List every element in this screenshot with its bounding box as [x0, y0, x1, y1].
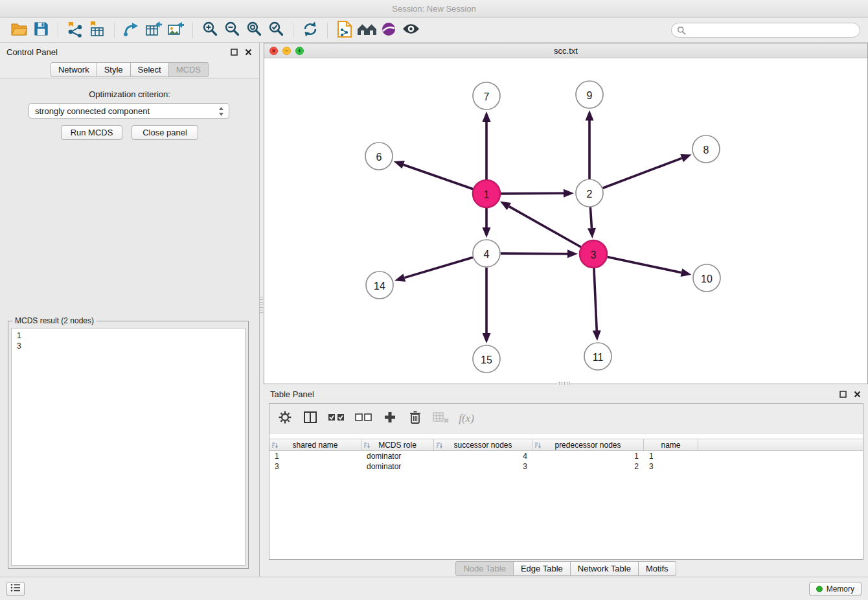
- gear-icon: [278, 410, 292, 427]
- float-panel-icon[interactable]: [230, 48, 238, 56]
- export-table-button[interactable]: [143, 21, 165, 40]
- network-graph[interactable]: 7968124314101511: [264, 58, 867, 384]
- tab-edge-table[interactable]: Edge Table: [514, 561, 571, 576]
- graph-arrowhead: [483, 111, 491, 122]
- network-document-button[interactable]: [334, 21, 356, 40]
- show-hide-button[interactable]: [400, 21, 422, 40]
- graph-edge-1-6[interactable]: [404, 165, 473, 189]
- delete-table-button: [433, 410, 449, 428]
- network-canvas[interactable]: 7968124314101511: [264, 58, 867, 384]
- create-column-button[interactable]: [382, 410, 398, 428]
- window-titlebar: Session: New Session: [0, 0, 868, 18]
- tab-select[interactable]: Select: [131, 62, 169, 77]
- column-header-name[interactable]: name: [644, 439, 698, 450]
- control-panel-tabs: Network Style Select MCDS: [0, 62, 259, 77]
- table-panel-header: Table Panel: [264, 386, 868, 402]
- tab-network-table[interactable]: Network Table: [571, 561, 639, 576]
- toolbar-separator: [293, 23, 293, 38]
- graph-node-label: 11: [593, 352, 604, 363]
- table-panel: Table Panel: [264, 386, 868, 577]
- graph-arrowhead: [681, 268, 692, 277]
- style-brush-button[interactable]: [378, 21, 400, 40]
- table-row[interactable]: 1 dominator 4 1 1: [269, 451, 863, 461]
- close-window-icon[interactable]: ×: [269, 47, 278, 55]
- memory-button[interactable]: Memory: [809, 582, 862, 596]
- vertical-splitter[interactable]: [260, 295, 263, 313]
- tab-network[interactable]: Network: [51, 62, 97, 77]
- task-history-button[interactable]: [6, 582, 25, 596]
- table-mode-button[interactable]: [277, 410, 293, 428]
- mcds-result-title: MCDS result (2 nodes): [12, 316, 97, 325]
- deselect-all-button[interactable]: [355, 410, 372, 428]
- graph-node-label: 14: [374, 281, 385, 292]
- cell-name: 3: [644, 461, 698, 472]
- minimize-window-icon[interactable]: −: [282, 47, 291, 55]
- export-image-button[interactable]: [165, 21, 187, 40]
- column-header-predecessor-nodes[interactable]: predecessor nodes: [532, 439, 644, 450]
- import-table-button[interactable]: [86, 21, 108, 40]
- graph-arrowhead: [483, 227, 491, 238]
- toolbar-separator: [327, 23, 328, 38]
- graph-edge-3-11[interactable]: [594, 268, 597, 330]
- zoom-in-button[interactable]: [199, 21, 221, 40]
- optimization-criterion-select[interactable]: strongly connected component: [29, 103, 229, 119]
- tab-node-table[interactable]: Node Table: [455, 561, 514, 576]
- import-network-button[interactable]: [64, 21, 86, 40]
- run-mcds-button[interactable]: Run MCDS: [61, 125, 122, 140]
- maximize-window-icon[interactable]: +: [295, 47, 304, 55]
- graph-edge-2-3[interactable]: [590, 207, 591, 228]
- graph-arrowhead: [483, 333, 491, 343]
- columns-icon: [303, 410, 317, 427]
- select-all-button[interactable]: [328, 410, 345, 428]
- search-input[interactable]: [671, 23, 860, 38]
- horizontal-splitter[interactable]: [557, 382, 570, 385]
- column-header-mcds-role[interactable]: MCDS role: [361, 439, 434, 450]
- column-header-shared-name[interactable]: shared name: [269, 439, 361, 450]
- graph-node-label: 3: [591, 249, 597, 260]
- delete-columns-button[interactable]: [407, 410, 423, 428]
- zoom-out-button[interactable]: [221, 21, 243, 40]
- selected-option: strongly connected component: [35, 106, 150, 116]
- table-toolbar: f(x): [269, 404, 863, 433]
- mcds-panel: Optimization criterion: strongly connect…: [0, 78, 259, 577]
- graph-edge-3-10[interactable]: [608, 257, 681, 273]
- mcds-result-box: MCDS result (2 nodes) 1 3: [8, 321, 249, 569]
- graph-node-label: 7: [484, 91, 490, 102]
- graph-edge-4-14[interactable]: [404, 257, 473, 277]
- network-window-titlebar[interactable]: × − + scc.txt: [264, 43, 867, 58]
- function-builder-button: f(x): [459, 410, 474, 428]
- select-columns-button[interactable]: [303, 410, 318, 428]
- graph-node-label: 1: [484, 189, 490, 200]
- tab-mcds[interactable]: MCDS: [169, 62, 209, 77]
- graph-node-label: 10: [701, 273, 713, 284]
- close-panel-icon[interactable]: [244, 48, 253, 56]
- table-header-row: shared name MCDS role successor nodes pr…: [269, 439, 863, 451]
- main-toolbar: [0, 18, 868, 43]
- sort-icon: [363, 442, 371, 451]
- zoom-fit-button[interactable]: [243, 21, 265, 40]
- status-bar: Memory: [0, 577, 868, 600]
- close-panel-button[interactable]: Close panel: [131, 125, 198, 140]
- network-view-window: × − + scc.txt 7968124314101511: [264, 43, 868, 384]
- table-row[interactable]: 3 dominator 3 2 3: [269, 461, 863, 472]
- tab-motifs[interactable]: Motifs: [639, 561, 676, 576]
- graph-node-label: 15: [481, 354, 492, 365]
- close-panel-icon[interactable]: [853, 390, 862, 398]
- graph-edge-1-2[interactable]: [501, 193, 564, 194]
- graph-edge-2-8[interactable]: [603, 158, 682, 188]
- graph-arrowhead: [586, 110, 594, 121]
- graph-edge-4-3[interactable]: [501, 253, 567, 254]
- mcds-result-list[interactable]: 1 3: [11, 328, 246, 566]
- export-network-button[interactable]: [120, 21, 143, 40]
- column-header-successor-nodes[interactable]: successor nodes: [434, 439, 532, 450]
- import-table-icon: [89, 21, 106, 40]
- home-layout-button[interactable]: [356, 21, 378, 40]
- float-panel-icon[interactable]: [839, 390, 847, 398]
- save-session-button[interactable]: [30, 21, 52, 40]
- zoom-selected-button[interactable]: [265, 21, 287, 40]
- tab-style[interactable]: Style: [97, 62, 131, 77]
- graph-edge-3-1[interactable]: [509, 207, 581, 248]
- graph-arrowhead: [567, 249, 578, 258]
- refresh-view-button[interactable]: [299, 21, 321, 40]
- open-file-button[interactable]: [8, 21, 30, 40]
